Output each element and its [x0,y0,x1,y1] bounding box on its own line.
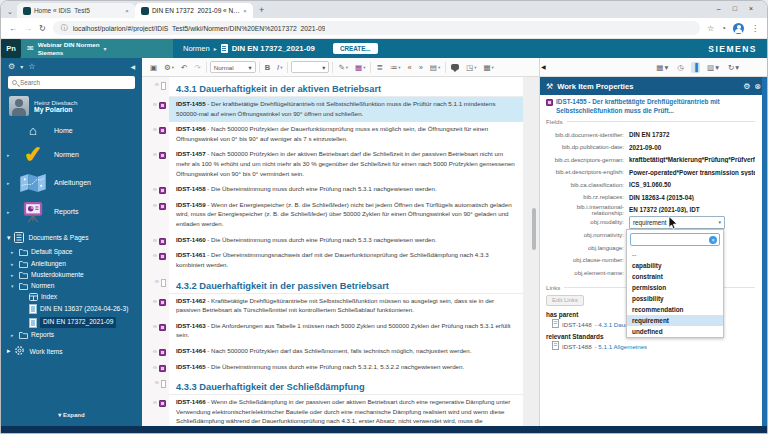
bold-button[interactable]: B [263,62,272,73]
expander-icon[interactable]: ▸ [7,347,10,355]
favorites-star-icon[interactable]: ☆ [28,62,35,71]
history-icon[interactable]: ◷ [675,62,686,73]
refresh-icon[interactable]: ↻▾ [726,62,741,73]
work-item-link[interactable]: IDST-1455 - Der kraftbetätigte Drehflüge… [546,98,755,115]
sidebar-item-normen[interactable]: ▸ ✔ Normen [1,141,142,169]
properties-panel-icon[interactable]: ▐ [691,62,700,73]
link-icon[interactable]: ∞ [155,82,159,88]
document-settings-icon[interactable]: ⚙▾ [162,62,176,73]
dropdown-filter-box[interactable]: × [630,233,720,246]
address-box[interactable]: ⓘ localhost/polarion/#/project/IDiS_Test… [53,21,700,35]
outdent-icon[interactable]: « [405,62,413,73]
work-item-type-icon[interactable] [159,349,166,356]
font-select[interactable]: ▾ [291,61,329,73]
work-item-type-icon[interactable] [159,203,166,210]
numbered-list-icon[interactable]: ≣ [374,62,384,73]
work-item-row[interactable]: ∞IDST-1463 - Die Anforderungen aus Tabel… [142,319,523,344]
edit-links-button[interactable]: Edit Links [546,295,584,306]
work-item-type-icon[interactable] [159,400,166,407]
work-item-row[interactable]: ∞IDST-1460 - Die Übereinstimmung muss du… [142,233,523,249]
panel-collapse-icon[interactable]: ◀ [541,63,546,70]
polarion-logo[interactable]: Pn [1,39,21,58]
tree-item[interactable]: Index [1,292,142,303]
dropdown-filter-input[interactable] [633,236,707,243]
sidebar-item-documents-pages[interactable]: ▾ Documents & Pages [1,227,142,247]
link-icon[interactable]: ∞ [153,187,157,193]
link-icon[interactable]: ∞ [153,349,157,355]
linked-item-title[interactable]: - 5.1.1 Allgemeines [595,343,648,350]
work-item-row[interactable]: ∞IDST-1458 - Die Übereinstimmung muss du… [142,182,523,198]
user-profile[interactable]: Heinz Diesbach My Polarion [1,92,142,120]
doc-heading-row[interactable]: ∞4.3.2 Dauerhaftigkeit in der passiven B… [142,274,523,294]
browser-tab-document[interactable]: DIN EN 17372_2021-09 « Nor... × [135,3,253,18]
tree-item[interactable]: ▸Reports [1,329,142,340]
sidebar-expand-button[interactable]: ▾ Expand [1,405,142,426]
breadcrumb-space[interactable]: Normen [183,44,210,53]
bookmark-star-icon[interactable]: ☆ [707,24,714,33]
tab-search-icon[interactable]: ⌄ [7,8,13,16]
site-info-icon[interactable]: ⓘ [61,23,68,33]
search-box[interactable] [8,76,135,89]
table-options-icon[interactable]: ▦▾ [482,62,496,73]
text-edit-icon[interactable]: ✎▾ [336,62,350,73]
link-icon[interactable]: ∞ [153,203,157,209]
expander-icon[interactable]: ▸ [7,152,12,158]
dropdown-option[interactable]: permission [627,282,723,293]
work-item-row[interactable]: ∞IDST-1465 - Die Übereinstimmung muss du… [142,360,523,376]
work-item-row[interactable]: ∞IDST-1456 - Nach 500000 Prüfzyklen der … [142,122,523,147]
my-polarion-link[interactable]: My Polarion [34,106,77,113]
heading-marker-icon[interactable] [161,380,166,388]
create-button[interactable]: CREATE... [333,43,378,54]
sidebar-item-anleitungen[interactable]: ▸ Anleitungen [1,169,142,197]
tab-close-icon[interactable]: × [125,8,129,14]
tab-close-icon[interactable]: × [243,8,247,14]
link-icon[interactable]: ∞ [153,253,157,259]
dropdown-option[interactable]: undefined [627,326,723,337]
dropdown-option[interactable]: constraint [627,271,723,282]
sidebar-item-work-items[interactable]: ▸ Work Items [1,340,142,360]
close-button[interactable]: × [749,5,753,12]
tree-item[interactable]: ▸Anleitungen [1,258,142,269]
panel-scrollbar[interactable] [762,77,767,426]
work-item-row[interactable]: ∞IDST-1459 - Wenn der Energiespeicher (z… [142,198,523,233]
work-item-row[interactable]: ∞IDST-1466 - Wenn die Schließdämpfung in… [142,395,523,426]
link-icon[interactable]: ∞ [153,324,157,330]
linked-work-item[interactable]: IDST-1488- 5.1.1 Allgemeines [546,340,755,353]
dropdown-option[interactable]: requirement [627,315,723,326]
doc-heading-row[interactable]: ∞4.3.1 Dauerhaftigkeit in der aktiven Be… [142,77,523,97]
heading-marker-icon[interactable] [161,82,166,90]
expander-icon[interactable]: ▸ [7,209,12,215]
work-item-type-icon[interactable] [159,238,166,245]
heading-marker-icon[interactable] [161,279,166,287]
user-avatar[interactable] [9,96,29,116]
link-icon[interactable]: ∞ [153,238,157,244]
tree-expander-icon[interactable]: ▸ [11,261,16,267]
dropdown-option[interactable]: recommendation [627,304,723,315]
indent-icon[interactable]: » [417,62,425,73]
undo-icon[interactable]: ↶ [179,62,189,73]
tree-item[interactable]: ▸Default Space [1,247,142,258]
insert-table-icon[interactable]: ▤▾ [428,62,442,73]
expander-icon[interactable]: ▾ [7,234,10,242]
link-icon[interactable]: ∞ [153,127,157,133]
work-item-type-icon[interactable] [159,365,166,372]
work-item-type-icon[interactable] [159,127,166,134]
browser-tab-home[interactable]: Home « IDiS_Test5 × [17,3,135,18]
clear-filter-icon[interactable]: × [709,236,717,244]
sidebar-collapse-icon[interactable]: ◀ [130,63,135,70]
tree-expander-icon[interactable]: ▸ [11,272,16,278]
browser-menu-icon[interactable]: ⋮ [751,24,759,33]
work-item-type-icon[interactable] [159,324,166,331]
duplicate-icon[interactable]: ◳▾ [464,62,478,73]
profile-avatar[interactable] [733,23,744,34]
doc-heading-row[interactable]: ∞4.3.3 Dauerhaftigkeit der Schließdämpfu… [142,375,523,395]
dropdown-option[interactable]: possibility [627,293,723,304]
search-input[interactable] [20,79,131,86]
maximize-button[interactable]: □ [733,5,737,12]
dropdown-option[interactable]: -- [627,249,723,260]
reload-icon[interactable]: ↻ [39,24,46,33]
forward-icon[interactable]: → [24,24,32,33]
work-item-type-icon[interactable] [159,102,166,109]
work-item-type-icon[interactable] [159,152,166,159]
work-item-row[interactable]: ∞IDST-1464 - Nach 500000 Prüfzyklen darf… [142,344,523,360]
